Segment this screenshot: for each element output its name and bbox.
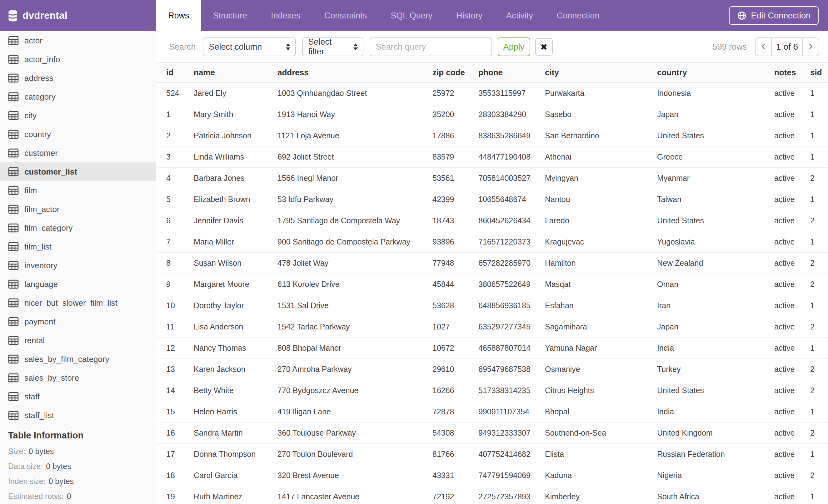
sidebar-item-sales-by-store[interactable]: sales_by_store [0, 368, 156, 387]
column-header-address[interactable]: address [278, 68, 432, 78]
column-header-sid[interactable]: sid [810, 68, 828, 78]
sidebar-item-language[interactable]: language [0, 275, 156, 293]
table-icon [8, 355, 19, 364]
data-grid: idnameaddresszip codephonecitycountrynot… [157, 62, 828, 504]
cell-country: Taiwan [657, 195, 774, 204]
cell-address: 478 Joliet Way [278, 259, 432, 268]
info-value: 0 bytes [29, 447, 54, 456]
cell-notes: active [774, 322, 810, 331]
table-row[interactable]: 1Mary Smith1913 Hanoi Way352002830338429… [157, 104, 828, 125]
table-row[interactable]: 10Dorothy Taylor1531 Sal Drive5362864885… [157, 295, 828, 316]
clear-search-button[interactable]: ✖ [535, 38, 553, 56]
cell-id: 2 [166, 131, 194, 140]
cell-address: 770 Bydgoszcz Avenue [278, 386, 432, 395]
cell-country: Turkey [657, 365, 774, 374]
cell-name: Betty White [194, 386, 278, 395]
next-page-button[interactable]: › [803, 38, 819, 56]
table-row[interactable]: 7Maria Miller900 Santiago de Compostela … [157, 231, 828, 253]
table-row[interactable]: 18Carol Garcia320 Brest Avenue4333174779… [157, 465, 828, 486]
sidebar-item-customer-list[interactable]: customer_list [0, 163, 156, 181]
sidebar-item-city[interactable]: city [0, 106, 156, 125]
table-row[interactable]: 8Susan Wilson478 Joliet Way7794865728228… [157, 253, 828, 274]
table-row[interactable]: 9Margaret Moore613 Korolev Drive45844380… [157, 274, 828, 295]
cell-city: Elista [545, 450, 657, 459]
table-row[interactable]: 19Ruth Martinez1417 Lancaster Avenue7219… [157, 486, 828, 504]
cell-country: India [657, 407, 774, 416]
cell-name: Patricia Johnson [194, 131, 278, 140]
sidebar-item-film[interactable]: film [0, 181, 156, 200]
prev-page-button[interactable]: ‹ [755, 38, 771, 56]
table-icon [8, 36, 19, 45]
column-header-notes[interactable]: notes [774, 68, 810, 78]
table-row[interactable]: 12Nancy Thomas808 Bhopal Manor1067246588… [157, 337, 828, 359]
sidebar-item-payment[interactable]: payment [0, 312, 156, 331]
column-header-zip-code[interactable]: zip code [432, 68, 479, 78]
sidebar-item-film-category[interactable]: film_category [0, 219, 156, 237]
search-label: Search [169, 42, 196, 52]
cell-id: 5 [166, 195, 194, 204]
sidebar-item-actor-info[interactable]: actor_info [0, 50, 156, 69]
cell-city: Esfahan [545, 301, 657, 310]
sidebar-item-label: nicer_but_slower_film_list [25, 298, 118, 308]
cell-name: Margaret Moore [194, 280, 278, 289]
search-query-input[interactable] [370, 38, 492, 56]
tab-sql-query[interactable]: SQL Query [379, 0, 444, 31]
sidebar-item-staff[interactable]: staff [0, 387, 156, 406]
sidebar-item-sales-by-film-category[interactable]: sales_by_film_category [0, 350, 156, 368]
apply-button[interactable]: Apply [498, 38, 530, 56]
sidebar-item-address[interactable]: address [0, 69, 156, 87]
tab-rows[interactable]: Rows [156, 0, 201, 31]
table-row[interactable]: 524Jared Ely1003 Qinhuangdao Street25972… [157, 83, 828, 104]
cell-city: Kragujevac [545, 237, 657, 246]
sidebar-item-staff-list[interactable]: staff_list [0, 406, 156, 425]
sidebar-item-nicer-but-slower-film-list[interactable]: nicer_but_slower_film_list [0, 293, 156, 312]
column-header-phone[interactable]: phone [479, 68, 545, 78]
cell-country: Indonesia [657, 89, 774, 98]
table-row[interactable]: 16Sandra Martin360 Toulouse Parkway54308… [157, 422, 828, 444]
tab-connection[interactable]: Connection [545, 0, 612, 31]
sidebar-item-label: customer [25, 148, 58, 158]
cell-name: Ruth Martinez [194, 492, 278, 501]
select-column-dropdown[interactable]: Select column [203, 38, 296, 56]
sidebar-item-film-actor[interactable]: film_actor [0, 200, 156, 219]
sidebar-item-country[interactable]: country [0, 125, 156, 144]
table-row[interactable]: 11Lisa Anderson1542 Tarlac Parkway102763… [157, 316, 828, 337]
tab-constraints[interactable]: Constraints [313, 0, 379, 31]
tab-structure[interactable]: Structure [201, 0, 259, 31]
sidebar-item-rental[interactable]: rental [0, 331, 156, 350]
tab-history[interactable]: History [444, 0, 494, 31]
cell-zip-code: 29610 [432, 365, 479, 374]
table-row[interactable]: 5Elizabeth Brown53 Idfu Parkway423991065… [157, 189, 828, 210]
tab-activity[interactable]: Activity [494, 0, 545, 31]
table-row[interactable]: 14Betty White770 Bydgoszcz Avenue1626651… [157, 380, 828, 401]
column-header-id[interactable]: id [166, 68, 194, 78]
cell-phone: 465887807014 [479, 343, 545, 353]
table-icon [8, 167, 19, 176]
table-row[interactable]: 17Donna Thompson270 Toulon Boulevard8176… [157, 444, 828, 465]
select-filter-dropdown[interactable]: Select filter [302, 38, 363, 56]
table-icon [8, 242, 19, 251]
sidebar-item-label: rental [25, 336, 45, 346]
table-row[interactable]: 15Helen Harris419 Iligan Lane72878990911… [157, 401, 828, 422]
edit-connection-button[interactable]: Edit Connection [729, 6, 819, 25]
cell-city: Southend-on-Sea [545, 428, 657, 438]
sidebar-item-inventory[interactable]: inventory [0, 256, 156, 275]
table-row[interactable]: 2Patricia Johnson1121 Loja Avenue1788683… [157, 125, 828, 146]
table-row[interactable]: 6Jennifer Davis1795 Santiago de Composte… [157, 210, 828, 231]
column-header-city[interactable]: city [545, 68, 657, 78]
table-row[interactable]: 4Barbara Jones1566 Inegl Manor5356170581… [157, 168, 828, 189]
column-header-country[interactable]: country [657, 68, 774, 78]
cell-sid: 1 [810, 195, 828, 204]
cell-sid: 1 [810, 152, 828, 162]
sidebar-item-category[interactable]: category [0, 87, 156, 106]
sidebar-item-label: sales_by_film_category [25, 355, 109, 364]
sidebar-item-customer[interactable]: customer [0, 144, 156, 163]
cell-phone: 635297277345 [479, 322, 545, 331]
sidebar-item-actor[interactable]: actor [0, 31, 156, 50]
sidebar-item-film-list[interactable]: film_list [0, 237, 156, 256]
table-row[interactable]: 13Karen Jackson270 Amroha Parkway2961069… [157, 359, 828, 380]
tab-indexes[interactable]: Indexes [259, 0, 313, 31]
cell-sid: 2 [810, 365, 828, 374]
table-row[interactable]: 3Linda Williams692 Joliet Street83579448… [157, 146, 828, 168]
column-header-name[interactable]: name [194, 68, 278, 78]
